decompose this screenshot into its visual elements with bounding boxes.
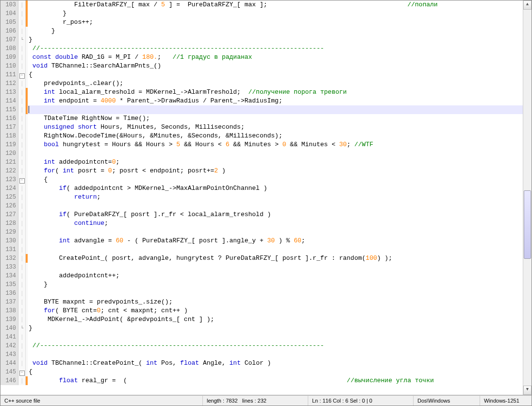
code-line[interactable]: 133│	[0, 263, 523, 271]
fold-column[interactable]: │	[18, 62, 26, 70]
code-content[interactable]: CreatePoint_( posrt, advangle, hungrytes…	[28, 254, 523, 263]
code-content[interactable]	[28, 105, 523, 114]
code-line[interactable]: 127│ if( PureDataRFZY_[ posrt ].r_fr < l…	[0, 210, 523, 219]
code-content[interactable]: FilterDataRFZY_[ max / 5 ] = PureDataRFZ…	[28, 0, 523, 9]
fold-column[interactable]: │	[18, 315, 26, 324]
fold-column[interactable]: │	[18, 376, 26, 385]
code-content[interactable]	[28, 202, 523, 210]
code-content[interactable]: return;	[28, 193, 523, 202]
code-content[interactable]: }	[28, 280, 523, 289]
fold-column[interactable]: │	[18, 228, 26, 237]
fold-column[interactable]: │	[18, 184, 26, 193]
fold-column[interactable]: │	[18, 280, 26, 289]
fold-column[interactable]: −	[18, 368, 26, 376]
code-content[interactable]: unsigned short Hours, Minutes, Seconds, …	[28, 123, 523, 132]
code-content[interactable]: if( addedpointcnt > MDKernel_->MaxAlarmP…	[28, 184, 523, 193]
fold-column[interactable]: │	[18, 237, 26, 245]
code-content[interactable]	[28, 289, 523, 298]
code-content[interactable]: predvpoints_.clear();	[28, 79, 523, 88]
fold-collapse-icon[interactable]: −	[19, 73, 25, 79]
fold-column[interactable]: │	[18, 202, 26, 210]
code-line[interactable]: 135│ }	[0, 280, 523, 289]
code-line[interactable]: 146│ float real_gr = ( //вычисление угла…	[0, 376, 523, 385]
code-content[interactable]: continue;	[28, 219, 523, 228]
fold-column[interactable]: │	[18, 132, 26, 140]
code-content[interactable]: //--------------------------------------…	[28, 341, 523, 350]
code-content[interactable]: {	[28, 368, 523, 376]
code-line[interactable]: 109│ const double RAD_1G = M_PI / 180.; …	[0, 53, 523, 62]
fold-column[interactable]: │	[18, 359, 26, 368]
fold-column[interactable]: −	[18, 175, 26, 184]
code-line[interactable]: 105│ r_pos++;	[0, 18, 523, 27]
fold-column[interactable]: │	[18, 193, 26, 202]
code-content[interactable]: }	[28, 324, 523, 333]
fold-column[interactable]: │	[18, 18, 26, 27]
fold-column[interactable]: │	[18, 219, 26, 228]
code-line[interactable]: 120│	[0, 149, 523, 158]
fold-column[interactable]: │	[18, 53, 26, 62]
fold-column[interactable]: │	[18, 306, 26, 315]
scroll-track[interactable]	[523, 10, 532, 386]
code-line[interactable]: 141│	[0, 333, 523, 341]
code-line[interactable]: 119│ bool hungrytest = Hours && Hours > …	[0, 140, 523, 149]
code-line[interactable]: 112│ predvpoints_.clear();	[0, 79, 523, 88]
code-line[interactable]: 116│ TDateTime RightNow = Time();	[0, 114, 523, 123]
code-line[interactable]: 118│ RightNow.DecodeTime(&Hours, &Minute…	[0, 132, 523, 140]
code-content[interactable]	[28, 245, 523, 254]
code-content[interactable]: int endpoint = 4000 * Parent_->DrawRadiu…	[28, 97, 523, 105]
code-content[interactable]: {	[28, 70, 523, 79]
code-line[interactable]: 128│ continue;	[0, 219, 523, 228]
fold-column[interactable]: │	[18, 105, 26, 114]
fold-column[interactable]: │	[18, 44, 26, 53]
fold-column[interactable]: −	[18, 70, 26, 79]
code-line[interactable]: 104│ }	[0, 9, 523, 18]
fold-column[interactable]: │	[18, 9, 26, 18]
code-line[interactable]: 143│	[0, 350, 523, 359]
code-content[interactable]: for( int posrt = 0; posrt < endpoint; po…	[28, 167, 523, 175]
code-content[interactable]: RightNow.DecodeTime(&Hours, &Minutes, &S…	[28, 132, 523, 140]
code-line[interactable]: 113│ int local_alarm_treshold = MDKernel…	[0, 88, 523, 97]
code-content[interactable]: float real_gr = ( //вычисление угла точк…	[28, 376, 523, 385]
code-line[interactable]: 108│ //---------------------------------…	[0, 44, 523, 53]
fold-column[interactable]: │	[18, 140, 26, 149]
fold-column[interactable]: │	[18, 333, 26, 341]
fold-column[interactable]: │	[18, 79, 26, 88]
fold-column[interactable]: │	[18, 254, 26, 263]
fold-column[interactable]: └	[18, 324, 26, 333]
scroll-down-button[interactable]: ▼	[523, 386, 532, 395]
fold-column[interactable]: │	[18, 289, 26, 298]
code-content[interactable]: TDateTime RightNow = Time();	[28, 114, 523, 123]
code-content[interactable]: }	[28, 9, 523, 18]
fold-column[interactable]: │	[18, 263, 26, 271]
fold-column[interactable]: └	[18, 35, 26, 44]
code-line[interactable]: 126│	[0, 202, 523, 210]
fold-collapse-icon[interactable]: −	[19, 178, 25, 184]
scroll-thumb[interactable]	[524, 190, 531, 259]
code-content[interactable]: void TBChannel::CreatePoint_( int Pos, f…	[28, 359, 523, 368]
fold-column[interactable]: │	[18, 123, 26, 132]
code-line[interactable]: 114│ int endpoint = 4000 * Parent_->Draw…	[0, 97, 523, 105]
code-line[interactable]: 107└}	[0, 35, 523, 44]
code-content[interactable]: }	[28, 27, 523, 35]
code-line[interactable]: 144│ void TBChannel::CreatePoint_( int P…	[0, 359, 523, 368]
code-line[interactable]: 123− {	[0, 175, 523, 184]
code-content[interactable]	[28, 263, 523, 271]
fold-column[interactable]: │	[18, 245, 26, 254]
code-content[interactable]	[28, 333, 523, 341]
fold-column[interactable]: │	[18, 271, 26, 280]
code-content[interactable]: }	[28, 35, 523, 44]
fold-column[interactable]: │	[18, 210, 26, 219]
fold-column[interactable]: │	[18, 350, 26, 359]
code-content[interactable]: addedpointcnt++;	[28, 271, 523, 280]
code-line[interactable]: 138│ for( BYTE cnt=0; cnt < maxpnt; cnt+…	[0, 306, 523, 315]
code-line[interactable]: 139│ MDKernel_->AddPoint( &predvpoints_[…	[0, 315, 523, 324]
code-line[interactable]: 124│ if( addedpointcnt > MDKernel_->MaxA…	[0, 184, 523, 193]
code-line[interactable]: 121│ int addedpointcnt=0;	[0, 158, 523, 167]
fold-collapse-icon[interactable]: −	[19, 371, 25, 376]
code-area[interactable]: 103│ FilterDataRFZY_[ max / 5 ] = PureDa…	[0, 0, 523, 395]
code-content[interactable]: bool hungrytest = Hours && Hours > 5 && …	[28, 140, 523, 149]
code-line[interactable]: 130│ int advangle = 60 - ( PureDataRFZY_…	[0, 237, 523, 245]
code-content[interactable]: void TBChannel::SearchAlarmPnts_()	[28, 62, 523, 70]
code-content[interactable]	[28, 149, 523, 158]
code-line[interactable]: 125│ return;	[0, 193, 523, 202]
